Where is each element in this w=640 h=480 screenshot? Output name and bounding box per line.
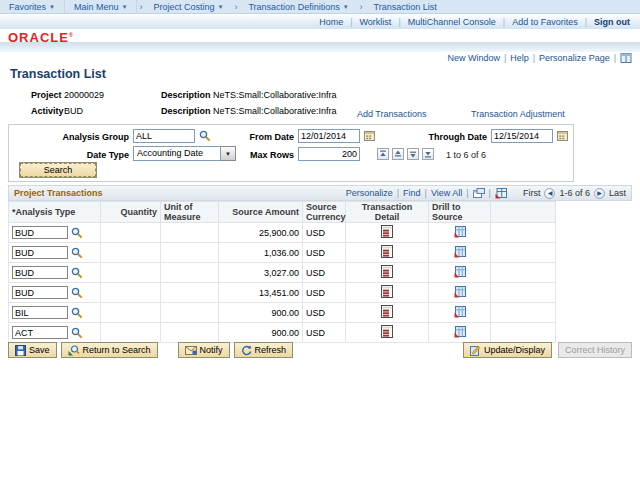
quantity-cell [101, 223, 161, 243]
search-button[interactable]: Search [19, 162, 97, 178]
new-window-link[interactable]: New Window [447, 53, 500, 63]
sign-out-link[interactable]: Sign out [594, 17, 630, 27]
drill-to-source-icon[interactable] [454, 285, 466, 298]
chevron-down-icon: ▼ [49, 4, 55, 10]
scroll-top-icon[interactable] [377, 148, 389, 160]
source-amount-cell: 1,036.00 [219, 243, 303, 263]
empty-cell [491, 303, 556, 323]
breadcrumb-transaction-definitions[interactable]: Transaction Definitions ▼ [239, 0, 357, 13]
transaction-detail-icon[interactable] [381, 325, 393, 338]
favorites-menu[interactable]: Favorites ▼ [0, 0, 65, 13]
scroll-page-up-icon[interactable] [392, 148, 404, 160]
transaction-detail-icon[interactable] [381, 305, 393, 318]
worklist-link[interactable]: Worklist [360, 17, 392, 27]
previous-row-icon[interactable]: ◀ [544, 188, 555, 199]
home-link[interactable]: Home [319, 17, 343, 27]
from-date-label: From Date [209, 132, 294, 142]
lookup-icon[interactable] [71, 227, 83, 239]
breadcrumb-separator: › [360, 2, 363, 12]
breadcrumb-separator: › [234, 2, 237, 12]
next-row-icon[interactable]: ▶ [594, 188, 605, 199]
refresh-button[interactable]: Refresh [234, 342, 294, 358]
transaction-adjustment-link[interactable]: Transaction Adjustment [471, 109, 565, 119]
first-link[interactable]: First [523, 188, 541, 198]
help-link[interactable]: Help [510, 53, 529, 63]
from-date-calendar-icon[interactable] [364, 130, 375, 141]
analysis-group-input[interactable] [133, 129, 195, 143]
analysis-type-input[interactable] [12, 326, 68, 339]
col-analysis-type: *Analysis Type [9, 202, 101, 223]
table-row: 3,027.00 USD [9, 263, 556, 283]
divider: | [489, 188, 491, 198]
save-button[interactable]: Save [8, 342, 57, 358]
lookup-icon[interactable] [71, 307, 83, 319]
transaction-detail-icon[interactable] [381, 225, 393, 238]
breadcrumb: Favorites ▼ Main Menu ▼ › Project Costin… [0, 0, 640, 14]
analysis-type-input[interactable] [12, 286, 68, 299]
through-date-calendar-icon[interactable] [557, 130, 568, 141]
source-amount-cell: 900.00 [219, 303, 303, 323]
main-menu[interactable]: Main Menu ▼ [65, 0, 137, 13]
source-currency-cell: USD [303, 263, 346, 283]
pagebar: New Window | Help | Personalize Page | [447, 53, 632, 63]
transaction-detail-icon[interactable] [381, 245, 393, 258]
drill-to-source-icon[interactable] [454, 265, 466, 278]
analysis-type-input[interactable] [12, 266, 68, 279]
personalize-link[interactable]: Personalize [346, 188, 393, 198]
transaction-detail-icon[interactable] [381, 265, 393, 278]
drill-to-source-icon[interactable] [454, 305, 466, 318]
drill-to-source-icon[interactable] [454, 325, 466, 338]
quantity-cell [101, 283, 161, 303]
return-to-search-icon [68, 345, 80, 356]
transaction-detail-icon[interactable] [381, 285, 393, 298]
analysis-group-label: Analysis Group [29, 132, 129, 142]
analysis-type-input[interactable] [12, 306, 68, 319]
uom-cell [161, 283, 219, 303]
notify-button[interactable]: Notify [178, 342, 230, 358]
scroll-page-down-icon[interactable] [407, 148, 419, 160]
quantity-cell [101, 243, 161, 263]
header-band [0, 42, 640, 52]
main-menu-label: Main Menu [74, 2, 119, 12]
activity-label: Activity [31, 106, 64, 116]
lookup-icon[interactable] [71, 247, 83, 259]
from-date-input[interactable] [298, 129, 360, 143]
add-to-favorites-link[interactable]: Add to Favorites [512, 17, 578, 27]
return-to-search-button[interactable]: Return to Search [61, 342, 158, 358]
breadcrumb-transaction-list[interactable]: Transaction List [365, 0, 446, 13]
divider: | [614, 53, 616, 63]
multichannel-console-link[interactable]: MultiChannel Console [408, 17, 496, 27]
date-type-value: Accounting Date [133, 146, 221, 161]
source-amount-cell: 3,027.00 [219, 263, 303, 283]
source-currency-cell: USD [303, 283, 346, 303]
quantity-cell [101, 263, 161, 283]
save-icon [15, 345, 26, 356]
empty-cell [491, 223, 556, 243]
max-rows-input[interactable] [298, 147, 360, 161]
analysis-type-input[interactable] [12, 246, 68, 259]
last-link[interactable]: Last [609, 188, 626, 198]
col-empty [491, 202, 556, 223]
zoom-grid-popup-icon[interactable] [473, 188, 485, 198]
uom-cell [161, 243, 219, 263]
add-transactions-link[interactable]: Add Transactions [357, 109, 427, 119]
table-row: 900.00 USD [9, 323, 556, 343]
analysis-type-input[interactable] [12, 226, 68, 239]
personalize-page-link[interactable]: Personalize Page [539, 53, 610, 63]
find-link[interactable]: Find [403, 188, 421, 198]
grid-title: Project Transactions [14, 188, 103, 198]
lookup-icon[interactable] [71, 267, 83, 279]
lookup-icon[interactable] [71, 287, 83, 299]
page-layout-icon[interactable] [620, 53, 632, 63]
view-all-link[interactable]: View All [431, 188, 462, 198]
divider: | [533, 53, 535, 63]
drill-to-source-icon[interactable] [454, 245, 466, 258]
lookup-icon[interactable] [71, 327, 83, 339]
download-grid-icon[interactable] [495, 188, 507, 199]
update-display-button[interactable]: Update/Display [463, 342, 552, 358]
breadcrumb-project-costing[interactable]: Project Costing ▼ [144, 0, 232, 13]
scroll-bottom-icon[interactable] [422, 148, 434, 160]
drill-to-source-icon[interactable] [454, 225, 466, 238]
max-rows-label: Max Rows [209, 150, 294, 160]
through-date-input[interactable] [491, 129, 553, 143]
